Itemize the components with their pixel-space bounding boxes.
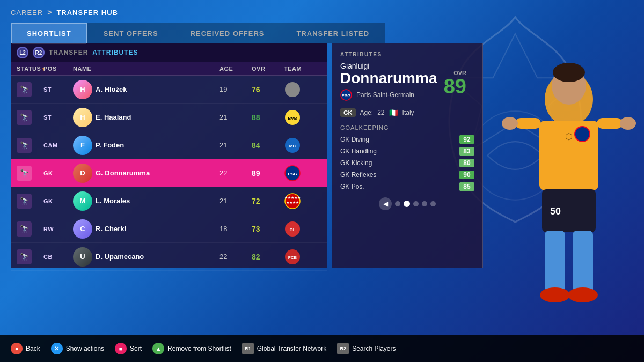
ovr-header: OVR <box>252 65 284 72</box>
nav-dot-1[interactable] <box>395 201 400 206</box>
player-name: L. Morales <box>96 197 130 205</box>
team-badge <box>284 81 301 98</box>
table-area: L2 R2 TRANSFER ATTRIBUTES Status ▾ POS N… <box>11 43 483 268</box>
r2-badge[interactable]: R2 <box>33 47 45 58</box>
transfer-sub-tab[interactable]: TRANSFER <box>49 49 88 56</box>
sort-action[interactable]: ■ Sort <box>115 343 142 354</box>
attributes-panel-inner: ATTRIBUTES Gianluigi Donnarumma OVR 89 P… <box>340 51 474 210</box>
svg-rect-7 <box>597 118 623 129</box>
show-actions-label: Show actions <box>66 345 104 352</box>
search-icon: R2 <box>337 343 349 354</box>
tab-shortlist[interactable]: SHORTLIST <box>11 23 87 43</box>
player-name: D. Upamecano <box>96 253 144 261</box>
age-cell: 22 <box>219 253 252 261</box>
svg-point-15 <box>568 287 598 302</box>
age-label: Age: <box>360 109 374 116</box>
svg-text:★★★★: ★★★★ <box>286 201 299 204</box>
attr-name: GK Diving <box>340 136 459 143</box>
attr-row: GK Diving 92 <box>340 135 474 144</box>
nav-prev[interactable]: ◀ <box>379 197 392 210</box>
position-cell: CB <box>43 254 73 260</box>
row-scout-icon: 🔭 <box>17 249 32 264</box>
attr-name: GK Handling <box>340 147 459 155</box>
player-name: R. Cherki <box>96 225 126 233</box>
main-content: CAREER > TRANSFER HUB SHORTLIST SENT OFF… <box>0 0 494 362</box>
table-row[interactable]: 🔭 GK M L. Morales 21 72 ★★★★★ ★★★★ <box>11 187 327 215</box>
team-badge: MC <box>284 137 301 154</box>
position-cell: CAM <box>43 142 73 149</box>
ovr-number: 89 <box>444 76 466 97</box>
svg-text:PSG: PSG <box>288 172 297 176</box>
row-scout-icon: 🔭 <box>17 82 32 97</box>
tab-bar: SHORTLIST SENT OFFERS RECEIVED OFFERS TR… <box>11 23 483 43</box>
svg-text:BVB: BVB <box>288 116 297 121</box>
table-row[interactable]: 🔭 ST H A. Hložek 19 76 <box>11 76 327 104</box>
nav-dot-2[interactable] <box>404 201 410 207</box>
stat-section-title: Goalkeeping <box>340 124 474 131</box>
tab-received-offers[interactable]: RECEIVED OFFERS <box>174 23 281 43</box>
nav-dots: ◀ <box>340 197 474 210</box>
player-character: ⬡ 50 <box>494 40 644 341</box>
remove-label: Remove from Shortlist <box>167 345 231 352</box>
svg-point-17 <box>285 82 300 97</box>
attr-row: GK Kicking 80 <box>340 159 474 167</box>
player-avatar: C <box>73 219 92 239</box>
svg-text:50: 50 <box>550 206 561 217</box>
svg-point-8 <box>502 117 518 130</box>
table-row[interactable]: 🔭 RW C R. Cherki 18 73 OL <box>11 215 327 243</box>
table-row[interactable]: 🔭 GK D G. Donnarumma 22 89 PSG <box>11 159 327 187</box>
attr-bar-container: 83 <box>459 147 474 156</box>
remove-action[interactable]: ▲ Remove from Shortlist <box>152 343 231 354</box>
player-name: A. Hložek <box>96 85 127 93</box>
nav-dot-3[interactable] <box>413 201 419 206</box>
name-cell: H E. Haaland <box>73 108 219 127</box>
row-scout-icon: 🔭 <box>17 194 32 209</box>
l2-badge[interactable]: L2 <box>17 47 28 58</box>
attr-bar-container: 90 <box>459 171 474 179</box>
back-action[interactable]: ● Back <box>11 343 40 354</box>
svg-point-11 <box>575 127 590 142</box>
search-label: Search Players <box>352 345 396 352</box>
svg-text:OL: OL <box>289 227 295 232</box>
tab-transfer-listed[interactable]: TRANSFER LISTED <box>280 23 385 43</box>
table-row[interactable]: 🔭 ST H E. Haaland 21 88 BVB <box>11 104 327 131</box>
table-row[interactable]: 🔭 CB U D. Upamecano 22 82 FCB <box>11 243 327 271</box>
global-network-action[interactable]: R1 Global Transfer Network <box>242 343 326 354</box>
global-network-icon: R1 <box>242 343 254 354</box>
player-avatar: U <box>73 247 92 267</box>
breadcrumb: CAREER > TRANSFER HUB <box>11 8 483 17</box>
name-cell: F P. Foden <box>73 136 219 155</box>
name-header: Name <box>73 65 219 72</box>
player-avatar: D <box>73 164 92 183</box>
svg-text:⬡: ⬡ <box>565 132 573 141</box>
team-badge: ★★★★★ ★★★★ <box>284 193 301 210</box>
attributes-sub-tab[interactable]: ATTRIBUTES <box>92 49 138 56</box>
age-cell: 19 <box>219 85 252 93</box>
row-scout-icon: 🔭 <box>17 138 32 153</box>
age-cell: 21 <box>219 197 252 205</box>
attr-bar-container: 80 <box>459 159 474 167</box>
show-actions-action[interactable]: ✕ Show actions <box>51 343 104 354</box>
nationality-flag: 🇮🇹 <box>389 108 398 117</box>
table-row[interactable]: 🔭 CAM F P. Foden 21 84 MC <box>11 131 327 159</box>
age-cell: 21 <box>219 113 252 121</box>
age-cell: 18 <box>219 225 252 233</box>
player-name: E. Haaland <box>96 113 131 121</box>
player-name: P. Foden <box>96 141 124 149</box>
attr-value: 80 <box>459 159 474 167</box>
name-cell: C R. Cherki <box>73 219 219 239</box>
attribute-rows: GK Diving 92 GK Handling 83 GK Kicking 8… <box>340 135 474 191</box>
attr-name: GK Pos. <box>340 183 459 190</box>
position-cell: RW <box>43 226 73 232</box>
tab-sent-offers[interactable]: SENT OFFERS <box>87 23 174 43</box>
attr-value: 85 <box>459 182 474 191</box>
player-avatar: M <box>73 191 92 211</box>
search-action[interactable]: R2 Search Players <box>337 343 396 354</box>
attr-value: 83 <box>459 147 474 156</box>
player-name: G. Donnarumma <box>96 169 150 177</box>
club-badge: PSG <box>340 89 352 101</box>
svg-text:FCB: FCB <box>288 255 297 260</box>
nav-dot-4[interactable] <box>422 201 427 206</box>
nav-dot-5[interactable] <box>430 201 436 206</box>
ovr-cell: 89 <box>252 169 284 178</box>
